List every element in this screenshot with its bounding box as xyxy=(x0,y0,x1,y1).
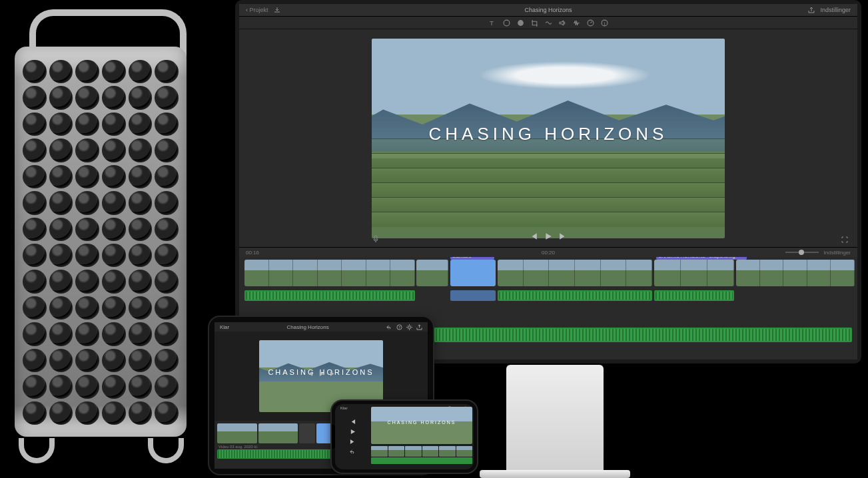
iphone-clip[interactable] xyxy=(388,446,405,457)
share-icon[interactable] xyxy=(808,7,815,13)
stabilize-icon[interactable] xyxy=(545,19,552,27)
mac-pro-tower xyxy=(9,11,193,463)
imovie-iphone-window: Klar CHASING HORIZONS xyxy=(335,404,474,469)
clip-audio-2[interactable] xyxy=(498,290,652,301)
preview-viewer: CHASING HORIZONS xyxy=(239,29,857,247)
ipad-undo-icon[interactable] xyxy=(386,324,392,330)
ipad-play-button[interactable] xyxy=(318,371,324,377)
svg-text:i: i xyxy=(604,20,605,26)
iphone-done-button[interactable]: Klar xyxy=(340,406,348,410)
noise-icon[interactable] xyxy=(573,19,580,27)
svg-point-1 xyxy=(504,20,510,26)
ipad-titlebar: Klar Chasing Horizons ? xyxy=(215,322,428,332)
mac-pro-foot-right xyxy=(148,438,184,463)
clip-audio-1[interactable] xyxy=(244,290,415,301)
ipad-title: Chasing Horizons xyxy=(287,324,329,330)
iphone-clip[interactable] xyxy=(371,446,388,457)
play-button[interactable] xyxy=(544,232,552,240)
video-track[interactable]: Standard CHASING HORIZONS · Eksponering … xyxy=(244,260,852,296)
imovie-mac-window: ‹ Projekt Chasing Horizons Indstillinger… xyxy=(239,4,857,359)
svg-point-2 xyxy=(518,20,524,26)
next-frame-button[interactable] xyxy=(559,232,567,240)
color-correction-icon[interactable] xyxy=(517,19,524,27)
iphone-preview-frame: CHASING HORIZONS xyxy=(371,407,472,444)
iphone-music-track[interactable] xyxy=(371,457,472,464)
info-icon[interactable]: i xyxy=(601,19,608,27)
ipad-clip[interactable] xyxy=(217,423,257,443)
iphone-clip[interactable] xyxy=(405,446,422,457)
fullscreen-icon[interactable] xyxy=(841,236,848,243)
svg-text:T: T xyxy=(490,19,494,27)
ipad-clip[interactable] xyxy=(258,423,298,443)
zoom-slider[interactable] xyxy=(785,252,819,253)
video-clip-2[interactable]: Video 13 aug. 2020 kl. 14:36 xyxy=(498,260,652,286)
iphone-device: Klar CHASING HORIZONS xyxy=(332,401,477,473)
iphone-viewer: CHASING HORIZONS xyxy=(370,404,474,469)
iphone-clip[interactable] xyxy=(439,446,456,457)
mac-pro-foot-left xyxy=(19,438,55,463)
ipad-prev-button[interactable] xyxy=(307,371,313,377)
video-clip-1[interactable]: Video 10 aug. 2020 kl. xyxy=(244,260,415,286)
back-button[interactable]: ‹ Projekt xyxy=(246,7,268,13)
settings-label[interactable]: Indstillinger xyxy=(820,7,851,13)
ipad-next-button[interactable] xyxy=(330,371,336,377)
iphone-prev-button[interactable] xyxy=(350,419,356,425)
import-icon[interactable] xyxy=(274,7,280,13)
video-clip-3[interactable] xyxy=(654,260,734,286)
window-titlebar: ‹ Projekt Chasing Horizons Indstillinger xyxy=(239,4,857,17)
toolstrip: T i xyxy=(239,17,857,29)
ipad-clip[interactable] xyxy=(299,423,315,443)
title-overlay: CHASING HORIZONS xyxy=(372,124,725,144)
monitor-stand-base xyxy=(480,470,630,478)
transport-controls xyxy=(239,232,857,240)
iphone-play-button[interactable] xyxy=(350,429,356,435)
iphone-clip[interactable] xyxy=(422,446,439,457)
mac-pro-grill xyxy=(23,60,179,425)
transition-clip[interactable] xyxy=(416,260,448,286)
product-lineup: ‹ Projekt Chasing Horizons Indstillinger… xyxy=(0,0,868,478)
ipad-help-icon[interactable]: ? xyxy=(396,324,402,330)
monitor-stand-leg xyxy=(506,365,604,478)
iphone-transport xyxy=(335,404,370,469)
video-clip-4[interactable] xyxy=(736,260,855,286)
ipad-done-button[interactable]: Klar xyxy=(220,324,229,330)
iphone-undo-icon[interactable] xyxy=(350,449,356,455)
speed-icon[interactable] xyxy=(587,19,594,27)
iphone-next-button[interactable] xyxy=(350,439,356,445)
solid-clip[interactable] xyxy=(450,260,496,286)
clip-audio-gap[interactable]: Klump xyxy=(450,290,496,301)
ruler-time-center: 00:20 xyxy=(239,250,857,256)
iphone-title-overlay: CHASING HORIZONS xyxy=(371,420,472,425)
preview-frame: CHASING HORIZONS xyxy=(372,39,725,238)
volume-icon[interactable] xyxy=(559,19,566,27)
window-title: Chasing Horizons xyxy=(239,7,857,13)
timeline-ruler[interactable]: 00:16 00:20 Indstillinger xyxy=(239,247,857,257)
titles-icon[interactable]: T xyxy=(489,19,496,27)
color-balance-icon[interactable] xyxy=(503,19,510,27)
clip-audio-3[interactable] xyxy=(654,290,734,301)
prev-frame-button[interactable] xyxy=(530,232,538,240)
ipad-settings-icon[interactable] xyxy=(406,324,412,330)
iphone-timeline[interactable] xyxy=(371,446,472,467)
external-display: ‹ Projekt Chasing Horizons Indstillinger… xyxy=(235,0,861,363)
ipad-share-icon[interactable] xyxy=(416,324,422,330)
svg-text:?: ? xyxy=(398,325,400,329)
crop-icon[interactable] xyxy=(531,19,538,27)
iphone-clip[interactable] xyxy=(456,446,473,457)
ipad-transport xyxy=(215,371,428,377)
svg-point-9 xyxy=(408,326,411,328)
